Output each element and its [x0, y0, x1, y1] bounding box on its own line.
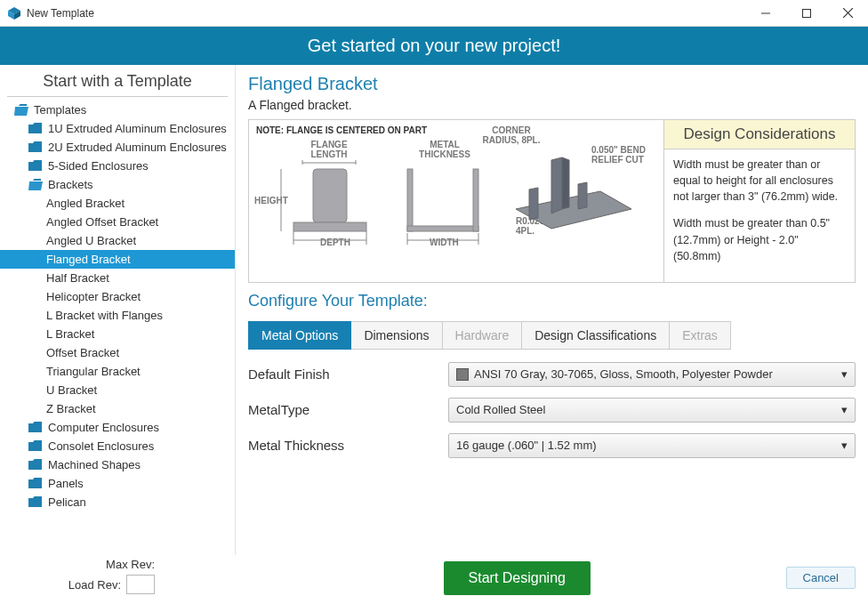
thickness-label: Metal Thickness: [248, 438, 448, 453]
app-icon: [7, 6, 21, 20]
diagram-row: NOTE: FLANGE IS CENTERED ON PART FLANGE …: [248, 119, 856, 283]
tree-folder[interactable]: Computer Enclosures: [0, 418, 235, 437]
cancel-button[interactable]: Cancel: [786, 567, 856, 589]
footer: Max Rev: Load Rev: Start Designing Cance…: [0, 555, 868, 604]
part-desc: A Flanged bracket.: [248, 98, 856, 112]
configure-title: Configure Your Template:: [248, 292, 856, 310]
part-diagram: NOTE: FLANGE IS CENTERED ON PART FLANGE …: [249, 120, 663, 254]
load-rev-input[interactable]: [126, 575, 155, 594]
tree-item-bracket[interactable]: Angled U Bracket: [0, 231, 235, 250]
finish-value: ANSI 70 Gray, 30-7065, Gloss, Smooth, Po…: [474, 367, 773, 381]
chevron-down-icon: ▾: [841, 367, 848, 381]
minimize-button[interactable]: [745, 0, 786, 27]
svg-rect-4: [803, 9, 811, 17]
tree-item-bracket[interactable]: Triangular Bracket: [0, 362, 235, 381]
banner: Get started on your new project!: [0, 27, 868, 65]
type-label: MetalType: [248, 402, 448, 417]
window-title: New Template: [27, 7, 745, 20]
tree-item-bracket[interactable]: L Bracket with Flanges: [0, 306, 235, 325]
diagram-svg: [249, 120, 654, 254]
titlebar: New Template: [0, 0, 868, 27]
tree-item-bracket[interactable]: Z Bracket: [0, 399, 235, 418]
tree-folder[interactable]: 5-Sided Enclosures: [0, 157, 235, 175]
svg-rect-17: [407, 226, 478, 231]
tab-hardware: Hardware: [443, 321, 523, 350]
config-tabs: Metal OptionsDimensionsHardwareDesign Cl…: [248, 321, 856, 350]
tree-folder[interactable]: Machined Shapes: [0, 455, 235, 474]
part-title: Flanged Bracket: [248, 74, 856, 94]
finish-swatch-icon: [456, 368, 469, 381]
tree-folder-brackets[interactable]: Brackets: [0, 175, 235, 194]
sidebar-title: Start with a Template: [7, 65, 228, 97]
chevron-down-icon: ▾: [841, 439, 848, 452]
type-value: Cold Rolled Steel: [456, 403, 545, 416]
start-designing-button[interactable]: Start Designing: [444, 561, 591, 595]
chevron-down-icon: ▾: [841, 403, 848, 416]
tree-folder[interactable]: Panels: [0, 474, 235, 493]
max-rev-label: Max Rev:: [106, 558, 155, 571]
dc-p2: Width must be greater than 0.5" (12.7mm)…: [673, 215, 846, 263]
svg-rect-16: [407, 169, 413, 231]
design-considerations-panel: Design Considerations Width must be grea…: [663, 120, 855, 282]
tree-item-bracket[interactable]: Helicopter Bracket: [0, 287, 235, 306]
tree-item-bracket[interactable]: Angled Offset Bracket: [0, 213, 235, 231]
maximize-button[interactable]: [786, 0, 827, 27]
tree-root[interactable]: Templates: [0, 101, 235, 119]
svg-rect-7: [313, 169, 347, 222]
svg-marker-25: [578, 182, 587, 209]
type-select[interactable]: Cold Rolled Steel ▾: [448, 398, 856, 423]
tab-metal options[interactable]: Metal Options: [248, 321, 351, 350]
tree-folder[interactable]: 1U Extruded Aluminum Enclosures: [0, 119, 235, 138]
tab-dimensions[interactable]: Dimensions: [351, 321, 442, 350]
svg-rect-8: [293, 222, 366, 231]
sidebar: Start with a Template Templates1U Extrud…: [0, 65, 236, 555]
dc-p1: Width must be greater than or equal to h…: [673, 157, 846, 205]
tree-item-bracket[interactable]: Offset Bracket: [0, 343, 235, 362]
design-considerations-title: Design Considerations: [664, 120, 855, 149]
template-tree[interactable]: Templates1U Extruded Aluminum Enclosures…: [0, 97, 235, 555]
tree-folder[interactable]: Consolet Enclosures: [0, 437, 235, 455]
svg-rect-18: [473, 169, 478, 231]
tree-folder[interactable]: Pelican: [0, 493, 235, 511]
finish-label: Default Finish: [248, 366, 448, 382]
tree-folder[interactable]: 2U Extruded Aluminum Enclosures: [0, 138, 235, 157]
tree-item-bracket[interactable]: U Bracket: [0, 381, 235, 399]
tab-design classifications[interactable]: Design Classifications: [522, 321, 670, 350]
svg-marker-26: [529, 188, 538, 220]
finish-select[interactable]: ANSI 70 Gray, 30-7065, Gloss, Smooth, Po…: [448, 362, 856, 387]
svg-marker-23: [551, 157, 562, 213]
tree-item-bracket[interactable]: Half Bracket: [0, 269, 235, 287]
tab-extras: Extras: [670, 321, 731, 350]
thickness-select[interactable]: 16 gauge (.060" | 1.52 mm) ▾: [448, 433, 856, 458]
load-rev-label: Load Rev:: [68, 578, 121, 592]
svg-marker-24: [562, 157, 569, 209]
tree-item-bracket[interactable]: Flanged Bracket: [0, 250, 235, 269]
thickness-value: 16 gauge (.060" | 1.52 mm): [456, 439, 597, 452]
content-area: Flanged Bracket A Flanged bracket. NOTE:…: [236, 65, 868, 555]
close-button[interactable]: [827, 0, 868, 27]
tree-item-bracket[interactable]: Angled Bracket: [0, 194, 235, 213]
tree-item-bracket[interactable]: L Bracket: [0, 325, 235, 343]
